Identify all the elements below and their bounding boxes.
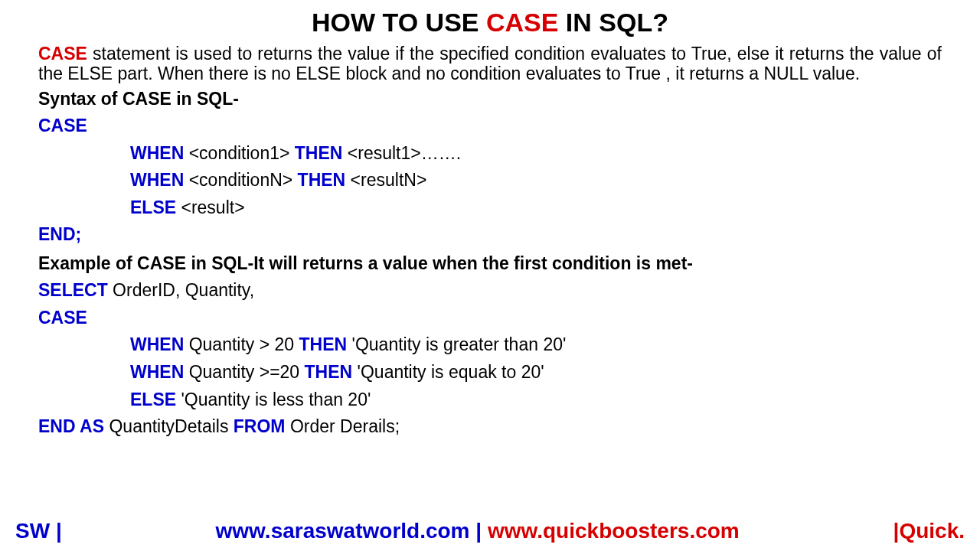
- example-else: ELSE 'Quantity is less than 20': [38, 386, 942, 414]
- footer-url2: www.quickboosters.com: [488, 519, 740, 543]
- syntax-when2: WHEN <conditionN> THEN <resultN>: [38, 167, 942, 194]
- desc-text: statement is used to returns the value i…: [38, 44, 942, 83]
- example-select: SELECT OrderID, Quantity,: [38, 277, 942, 305]
- example-case: CASE: [38, 305, 942, 332]
- desc-keyword: CASE: [38, 44, 87, 64]
- syntax-end: END;: [38, 221, 942, 249]
- title-keyword: CASE: [486, 8, 558, 37]
- footer-left: SW |: [15, 519, 62, 543]
- footer: SW | www.saraswatworld.com | www.quickbo…: [0, 519, 980, 543]
- footer-separator: |: [470, 519, 488, 543]
- syntax-heading: Syntax of CASE in SQL-: [38, 89, 942, 109]
- title-pre: HOW TO USE: [312, 8, 486, 37]
- description-paragraph: CASE statement is used to returns the va…: [38, 44, 942, 84]
- example-when2: WHEN Quantity >=20 THEN 'Quantity is equ…: [38, 359, 942, 386]
- example-when1: WHEN Quantity > 20 THEN 'Quantity is gre…: [38, 331, 942, 359]
- syntax-when1: WHEN <condition1> THEN <result1>…….: [38, 140, 942, 168]
- example-end: END AS QuantityDetails FROM Order Derail…: [38, 413, 942, 441]
- page-title: HOW TO USE CASE IN SQL?: [38, 8, 942, 37]
- footer-url1: www.saraswatworld.com: [216, 519, 470, 543]
- example-heading: Example of CASE in SQL-It will returns a…: [38, 253, 942, 274]
- footer-center: www.saraswatworld.com | www.quickbooster…: [216, 519, 740, 543]
- footer-right: |Quick.: [893, 519, 965, 543]
- syntax-else: ELSE <result>: [38, 194, 942, 222]
- title-post: IN SQL?: [558, 8, 668, 37]
- syntax-case: CASE: [38, 112, 942, 140]
